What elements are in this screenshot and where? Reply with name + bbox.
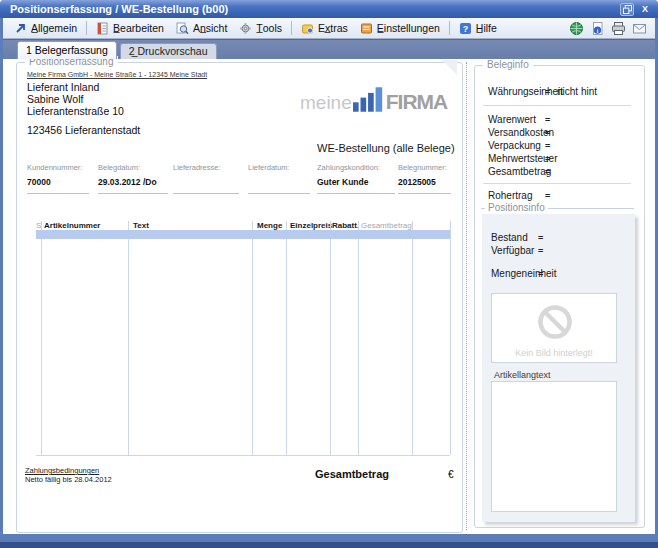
- page-corner: [442, 60, 457, 75]
- beleginfo-row-label: Rohertrag: [488, 190, 532, 201]
- field-kundennummer[interactable]: Kundennummer: 70000: [27, 163, 89, 194]
- recipient-name: Lieferant Inland: [27, 81, 99, 93]
- close-button[interactable]: X: [638, 3, 652, 16]
- menu-label: A̲llgemein: [31, 22, 77, 34]
- total-label: Gesamtbetrag: [315, 468, 389, 480]
- window-frame-bottom: [0, 542, 658, 548]
- info-icon[interactable]: i: [590, 21, 605, 36]
- section-divider: [483, 105, 631, 106]
- field-label: Belegnummer:: [398, 163, 451, 172]
- field-value: [173, 177, 239, 187]
- menu-bearbeiten[interactable]: B̲earbeiten: [90, 20, 170, 37]
- section-divider: [483, 183, 631, 184]
- field-value: [248, 177, 310, 187]
- field-value: 70000: [27, 177, 89, 187]
- column-header-artikelnummer[interactable]: Artikelnummer: [44, 221, 100, 230]
- logo-bars-icon: [353, 87, 385, 112]
- table-grid-line: [41, 221, 42, 455]
- logo-text-meine: meine: [300, 93, 352, 112]
- table-bottom-line: [36, 455, 450, 456]
- menu-label: E̲instellungen: [377, 22, 440, 34]
- column-header-rabatt[interactable]: Rabatt.: [332, 221, 359, 230]
- recipient-city: 123456 Lieferantenstadt: [27, 124, 140, 136]
- field-value: 29.03.2012 /Do: [98, 177, 168, 187]
- beleginfo-row-value: nicht hint: [557, 86, 597, 97]
- restore-icon: [623, 5, 632, 14]
- settings-panel-icon: [360, 22, 373, 35]
- svg-text:?: ?: [463, 24, 469, 34]
- title-bar: Positionserfassung / WE-Bestellung (b00)…: [0, 0, 658, 18]
- menu-einstellungen[interactable]: E̲instellungen: [354, 20, 446, 37]
- beleginfo-group: Beleginfo Währungseinheit = nicht hint W…: [474, 65, 645, 528]
- printer-icon[interactable]: [611, 21, 626, 36]
- field-label: Belegdatum:: [98, 163, 168, 172]
- menu-ansicht[interactable]: An̲sicht: [170, 20, 233, 37]
- tab-belegerfassung[interactable]: 1 Belegerfassung: [17, 41, 117, 59]
- menu-hilfe[interactable]: ? H̲ilfe: [453, 20, 503, 37]
- page-margin-divider: [466, 62, 467, 530]
- payment-terms-value: Netto fällig bis 28.04.2012: [25, 475, 112, 484]
- currency-symbol: €: [448, 469, 454, 480]
- field-label: Lieferadresse:: [173, 163, 239, 172]
- table-grid-line: [286, 221, 287, 455]
- field-label: Kundennummer:: [27, 163, 89, 172]
- tab-druckvorschau[interactable]: 2̲ Druckvorschau: [120, 43, 217, 59]
- field-belegdatum[interactable]: Belegdatum: 29.03.2012 /Do: [98, 163, 168, 194]
- field-lieferdatum[interactable]: Lieferdatum:: [248, 163, 310, 194]
- artikellangtext-label: Artikellangtext: [494, 370, 551, 380]
- table-grid-line: [412, 221, 413, 455]
- equals-glyph: =: [538, 246, 543, 256]
- menu-label: An̲sicht: [193, 22, 227, 34]
- recipient-street: Lieferantenstraße 10: [27, 105, 124, 117]
- content-area: Positionserfassung Meine Firma GmbH - Me…: [3, 59, 655, 534]
- selected-table-row[interactable]: [36, 230, 450, 239]
- menu-allgemein[interactable]: A̲llgemein: [8, 20, 83, 37]
- recipient-contact: Sabine Wolf: [27, 93, 83, 105]
- field-belegnummer[interactable]: Belegnummer: 20125005: [398, 163, 451, 194]
- document-title: WE-Bestellung (alle Belege): [317, 142, 455, 154]
- gear-icon: [239, 22, 252, 35]
- beleginfo-row-label: Warenwert: [488, 114, 536, 125]
- positionsinfo-row-label: Verfügbar: [491, 245, 534, 256]
- artikellangtext-box[interactable]: [491, 381, 617, 512]
- equals-glyph: =: [545, 115, 550, 125]
- field-zahlungskondition[interactable]: Zahlungskondition: Guter Kunde: [317, 163, 395, 194]
- column-header-menge[interactable]: Menge: [257, 221, 282, 230]
- edit-notebook-icon: [96, 22, 109, 35]
- equals-glyph: =: [538, 233, 543, 243]
- menu-label: T̲ools: [256, 22, 282, 34]
- field-lieferadresse[interactable]: Lieferadresse:: [173, 163, 239, 194]
- restore-button[interactable]: [620, 3, 634, 16]
- equals-glyph: =: [538, 269, 543, 279]
- equals-glyph: =: [545, 191, 550, 201]
- column-header-gesamtbetrag[interactable]: Gesamtbetrag: [361, 221, 412, 230]
- globe-icon[interactable]: [569, 21, 584, 36]
- column-header-einzelpreis[interactable]: Einzelpreis: [290, 221, 332, 230]
- no-image-icon: [535, 302, 575, 342]
- equals-glyph: =: [545, 128, 550, 138]
- sender-line: Meine Firma GmbH - Meine Straße 1 - 1234…: [27, 71, 207, 78]
- equals-glyph: =: [545, 87, 550, 97]
- table-grid-line: [128, 221, 129, 455]
- menu-extras[interactable]: Ex̲tras: [295, 20, 354, 37]
- table-grid-line: [450, 221, 451, 455]
- field-value: 20125005: [398, 177, 451, 187]
- equals-glyph: =: [545, 141, 550, 151]
- beleginfo-row-label: Gesamtbetrag: [488, 166, 551, 177]
- app-window: Positionserfassung / WE-Bestellung (b00)…: [0, 0, 658, 548]
- payment-terms-label: Zahlungsbedingungen: [25, 466, 99, 475]
- field-label: Zahlungskondition:: [317, 163, 395, 172]
- extras-box-icon: [301, 22, 314, 35]
- table-grid-line: [330, 221, 331, 455]
- positionsinfo-row-label: Bestand: [491, 232, 528, 243]
- menu-separator: [449, 21, 450, 35]
- menu-tools[interactable]: T̲ools: [233, 20, 288, 37]
- table-grid-line: [252, 221, 253, 455]
- mail-icon[interactable]: [632, 21, 647, 36]
- beleginfo-row-label: Währungseinheit: [488, 86, 563, 97]
- group-label: Positionsinfo: [485, 202, 548, 213]
- menu-label: B̲earbeiten: [113, 22, 164, 34]
- menu-bar: A̲llgemein B̲earbeiten An̲sicht: [3, 18, 655, 39]
- equals-glyph: =: [545, 154, 550, 164]
- column-header-text[interactable]: Text: [133, 221, 149, 230]
